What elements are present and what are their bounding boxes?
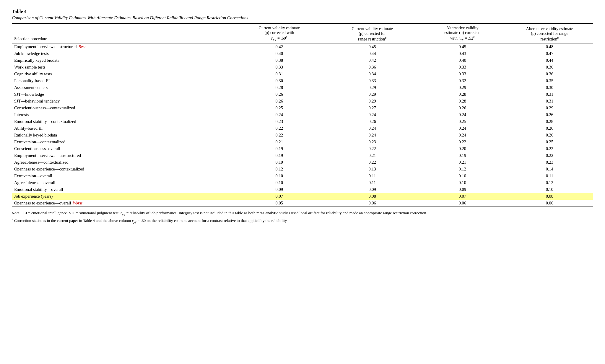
value-col4: 0.40 xyxy=(419,57,506,64)
table-row: Employment interviews—structuredBest0.42… xyxy=(12,43,593,51)
main-table: Selection procedure Current validity est… xyxy=(12,23,593,207)
table-row: SJT—behavioral tendency0.260.290.280.31 xyxy=(12,98,593,105)
value-col5: 0.10 xyxy=(506,186,593,193)
value-col5: 0.44 xyxy=(506,57,593,64)
value-col3: 0.45 xyxy=(326,43,419,51)
value-col3: 0.33 xyxy=(326,77,419,84)
procedure-name: Openness to experience—contextualized xyxy=(12,166,233,173)
value-col2: 0.28 xyxy=(233,84,326,91)
table-row: Conscientiousness- overall0.190.220.200.… xyxy=(12,145,593,152)
value-col2: 0.10 xyxy=(233,179,326,186)
header-col3: Current validity estimate(ρ) corrected f… xyxy=(326,24,419,43)
value-col4: 0.45 xyxy=(419,43,506,51)
value-col2: 0.23 xyxy=(233,118,326,125)
value-col4: 0.25 xyxy=(419,118,506,125)
value-col3: 0.24 xyxy=(326,125,419,132)
table-row: Extraversion—contextualized0.210.230.220… xyxy=(12,139,593,145)
procedure-name: Employment interviews—structuredBest xyxy=(12,43,233,51)
value-col2: 0.19 xyxy=(233,152,326,159)
procedure-name: Conscientiousness- overall xyxy=(12,145,233,152)
value-col5: 0.47 xyxy=(506,50,593,57)
procedure-name: SJT—knowledge xyxy=(12,91,233,98)
value-col2: 0.05 xyxy=(233,200,326,207)
value-col4: 0.24 xyxy=(419,132,506,139)
procedure-name: Assessment centers xyxy=(12,84,233,91)
procedure-name: Interests xyxy=(12,111,233,118)
value-col2: 0.12 xyxy=(233,166,326,173)
value-col4: 0.32 xyxy=(419,77,506,84)
procedure-name: Job knowledge tests xyxy=(12,50,233,57)
table-row: Openness to experience—contextualized0.1… xyxy=(12,166,593,173)
table-row: Conscientiousness—contextualized0.250.27… xyxy=(12,105,593,111)
value-col5: 0.08 xyxy=(506,193,593,200)
value-col4: 0.24 xyxy=(419,125,506,132)
table-row: Assessment centers0.280.290.290.30 xyxy=(12,84,593,91)
value-col5: 0.06 xyxy=(506,200,593,207)
value-col2: 0.30 xyxy=(233,77,326,84)
value-col2: 0.19 xyxy=(233,145,326,152)
value-col3: 0.11 xyxy=(326,173,419,179)
value-col5: 0.22 xyxy=(506,152,593,159)
value-col4: 0.43 xyxy=(419,50,506,57)
value-col4: 0.19 xyxy=(419,152,506,159)
table-row: Job experience (years)0.070.080.070.08 xyxy=(12,193,593,200)
table-row: Rationally keyed biodata0.220.240.240.26 xyxy=(12,132,593,139)
table-row: Empirically keyed biodata0.380.420.400.4… xyxy=(12,57,593,64)
value-col4: 0.21 xyxy=(419,159,506,166)
table-row: Interests0.240.240.240.26 xyxy=(12,111,593,118)
value-col5: 0.36 xyxy=(506,71,593,77)
procedure-name: Employment interviews—unstructured xyxy=(12,152,233,159)
table-row: Employment interviews—unstructured0.190.… xyxy=(12,152,593,159)
value-col4: 0.10 xyxy=(419,173,506,179)
table-row: Emotional stability—overall0.090.090.090… xyxy=(12,186,593,193)
value-col5: 0.26 xyxy=(506,132,593,139)
value-col4: 0.09 xyxy=(419,186,506,193)
table-row: Cognitive ability tests0.310.340.330.36 xyxy=(12,71,593,77)
header-col5: Alternative validity estimate(ρ) correct… xyxy=(506,24,593,43)
procedure-name: Openness to experience—overallWorst xyxy=(12,200,233,207)
procedure-name: Emotional stability—overall xyxy=(12,186,233,193)
value-col5: 0.14 xyxy=(506,166,593,173)
value-col3: 0.29 xyxy=(326,98,419,105)
value-col3: 0.27 xyxy=(326,105,419,111)
table-subtitle: Comparison of Current Validity Estimates… xyxy=(12,15,593,20)
value-col4: 0.12 xyxy=(419,166,506,173)
best-label: Best xyxy=(78,45,85,49)
value-col3: 0.42 xyxy=(326,57,419,64)
value-col5: 0.31 xyxy=(506,98,593,105)
value-col5: 0.12 xyxy=(506,179,593,186)
value-col3: 0.06 xyxy=(326,200,419,207)
value-col4: 0.06 xyxy=(419,200,506,207)
procedure-name: Extraversion—overall xyxy=(12,173,233,179)
value-col3: 0.24 xyxy=(326,111,419,118)
value-col2: 0.10 xyxy=(233,173,326,179)
procedure-name: Personality-based EI xyxy=(12,77,233,84)
table-title: Table 4 xyxy=(12,9,593,14)
value-col5: 0.23 xyxy=(506,159,593,166)
value-col5: 0.36 xyxy=(506,64,593,71)
value-col5: 0.25 xyxy=(506,139,593,145)
value-col2: 0.42 xyxy=(233,43,326,51)
value-col3: 0.08 xyxy=(326,193,419,200)
value-col4: 0.33 xyxy=(419,71,506,77)
procedure-name: Conscientiousness—contextualized xyxy=(12,105,233,111)
table-container: Table 4 Comparison of Current Validity E… xyxy=(12,9,593,224)
value-col3: 0.24 xyxy=(326,132,419,139)
value-col3: 0.29 xyxy=(326,84,419,91)
value-col2: 0.31 xyxy=(233,71,326,77)
value-col4: 0.22 xyxy=(419,139,506,145)
value-col3: 0.44 xyxy=(326,50,419,57)
value-col5: 0.30 xyxy=(506,84,593,91)
table-row: SJT—knowledge0.260.290.280.31 xyxy=(12,91,593,98)
value-col2: 0.21 xyxy=(233,139,326,145)
value-col2: 0.26 xyxy=(233,98,326,105)
value-col5: 0.22 xyxy=(506,145,593,152)
value-col4: 0.10 xyxy=(419,179,506,186)
header-procedure: Selection procedure xyxy=(12,24,233,43)
header-col4: Alternative validityestimate (ρ) correct… xyxy=(419,24,506,43)
value-col2: 0.33 xyxy=(233,64,326,71)
value-col5: 0.29 xyxy=(506,105,593,111)
value-col2: 0.22 xyxy=(233,125,326,132)
table-row: Extraversion—overall0.100.110.100.11 xyxy=(12,173,593,179)
table-row: Agreeableness—contextualized0.190.220.21… xyxy=(12,159,593,166)
